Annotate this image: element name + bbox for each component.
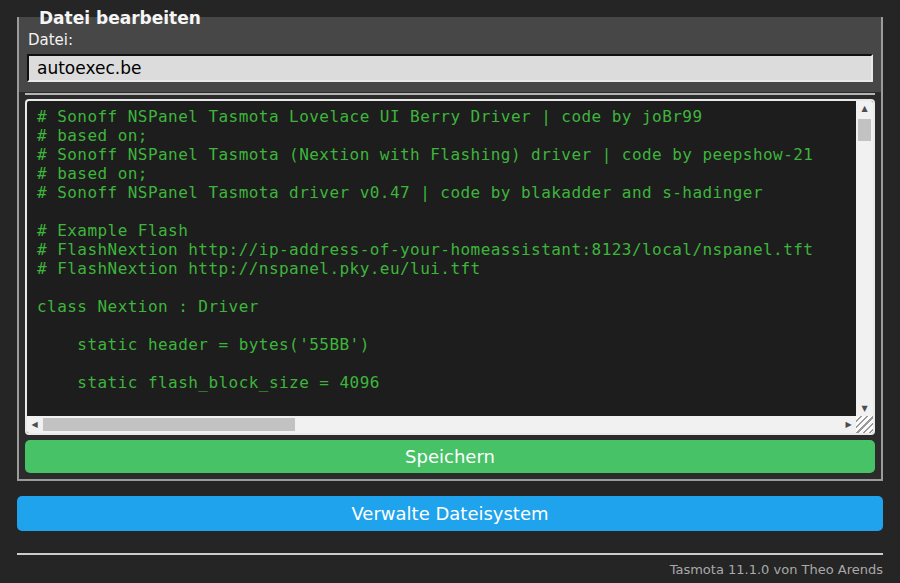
scroll-right-button[interactable]: ▶ <box>841 416 856 433</box>
resize-grip[interactable] <box>856 416 873 433</box>
horizontal-scroll-thumb[interactable] <box>43 418 295 431</box>
version-text: Tasmota 11.1.0 von Theo Arends <box>17 562 883 577</box>
section-divider <box>25 93 875 95</box>
edit-file-panel: Datei bearbeiten Datei: # Sonoff NSPanel… <box>17 8 883 481</box>
vertical-scrollbar[interactable]: ▲ ▼ <box>856 101 873 416</box>
vertical-scroll-thumb[interactable] <box>858 119 871 141</box>
file-name-input[interactable] <box>27 54 873 82</box>
scroll-left-button[interactable]: ◀ <box>27 416 42 433</box>
footer-rule <box>17 553 883 555</box>
horizontal-scrollbar[interactable]: ◀ ▶ <box>27 416 856 433</box>
file-label: Datei: <box>28 31 873 49</box>
scroll-down-button[interactable]: ▼ <box>856 401 873 416</box>
code-content[interactable]: # Sonoff NSPanel Tasmota Lovelace UI Ber… <box>27 101 856 416</box>
file-section: Datei: <box>19 17 881 92</box>
manage-filesystem-button[interactable]: Verwalte Dateisystem <box>17 496 883 531</box>
panel-title: Datei bearbeiten <box>33 8 207 28</box>
scroll-up-button[interactable]: ▲ <box>856 101 873 116</box>
scroll-up-icon: ▲ <box>861 104 867 113</box>
scroll-down-icon: ▼ <box>861 404 867 413</box>
scroll-left-icon: ◀ <box>31 420 37 429</box>
save-button[interactable]: Speichern <box>25 440 875 473</box>
scroll-right-icon: ▶ <box>845 420 851 429</box>
code-editor[interactable]: # Sonoff NSPanel Tasmota Lovelace UI Ber… <box>25 99 875 435</box>
